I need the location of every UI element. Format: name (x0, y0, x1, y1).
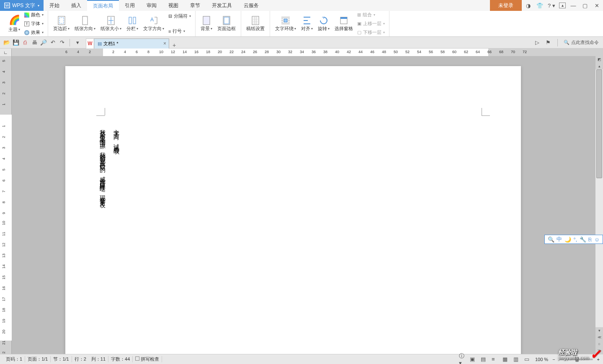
color-label: 颜色 (31, 12, 40, 18)
bring-front-label: 上移一层 (363, 21, 381, 27)
margins-button[interactable]: 页边距▾ (51, 12, 72, 36)
status-page-code[interactable]: 页码：1 (3, 356, 25, 362)
search-placeholder: 点此查找命令 (571, 39, 599, 46)
ribbon-toggle-icon[interactable]: ▴ (559, 3, 566, 8)
flag-icon[interactable]: ⚑ (545, 39, 551, 46)
tab-view[interactable]: 视图 (162, 0, 184, 11)
tab-close-icon[interactable]: × (163, 41, 166, 46)
home-tab[interactable]: W (86, 38, 94, 49)
select-pane-button[interactable]: 选择窗格 (332, 12, 356, 36)
vertical-scrollbar[interactable]: ◩ ▴ ▾ ≪ ○ ≫ (595, 56, 603, 354)
minimize-icon[interactable]: — (569, 3, 577, 9)
text-line-2[interactable]: 我是呆坐思考的凉凉，我的回答都是自己写的，感觉自己棒棒哒～现在要更改 (97, 125, 108, 342)
tab-start[interactable]: 开始 (44, 0, 65, 11)
scroll-thumb[interactable] (596, 69, 602, 178)
tab-page-layout[interactable]: 页面布局 (87, 0, 119, 11)
effect-button[interactable]: 效果▾ (23, 28, 45, 36)
ime-search-icon[interactable]: 🔍 (548, 236, 554, 243)
zoom-out-icon[interactable]: − (552, 357, 555, 362)
paper-setting-button[interactable]: 稿纸设置 (244, 12, 267, 36)
scroll-down-icon[interactable]: ▾ (595, 327, 603, 334)
ime-skin-icon[interactable]: ⎘ (588, 236, 592, 243)
view-web-icon[interactable]: ≡ (492, 356, 498, 362)
help-icon[interactable]: ? ▾ (547, 3, 556, 9)
document-tab[interactable]: ▤ 文档1 * × (94, 38, 169, 49)
undo-icon[interactable]: ↶ (49, 39, 56, 46)
close-icon[interactable]: ✕ (593, 3, 601, 9)
page[interactable]: 文字方向，试试看呗～ 我是呆坐思考的凉凉，我的回答都是自己写的，感觉自己棒棒哒～… (65, 66, 521, 354)
zoom-label[interactable]: 100 % (535, 357, 548, 362)
maximize-icon[interactable]: ▢ (581, 3, 589, 9)
vertical-ruler[interactable]: 5432112345678910111213141516171819202122… (0, 56, 12, 354)
app-dropdown-icon[interactable]: ▾ (38, 4, 39, 8)
send-back-button[interactable]: ▢下移一层▾ (356, 28, 387, 36)
qa-customize-icon[interactable]: ▾ (74, 39, 81, 46)
new-tab-button[interactable]: + (169, 42, 179, 49)
font-button[interactable]: T字体▾ (23, 20, 45, 28)
view-reading-icon[interactable]: ▭ (524, 356, 531, 362)
ribbon: 🌈 主题▾ 颜色▾ T字体▾ 效果▾ 页边距▾ 纸张方向▾ 纸张大小▾ 分栏▾ … (0, 11, 603, 37)
line-number-button[interactable]: ≡行号▾ (167, 27, 193, 36)
background-button[interactable]: 背景▾ (198, 12, 215, 36)
ruler-toggle-icon[interactable]: ◩ (595, 56, 603, 63)
print-icon[interactable]: 🖶 (31, 39, 38, 46)
scroll-track[interactable] (595, 69, 603, 327)
scroll-up-icon[interactable]: ▴ (595, 63, 603, 69)
login-button[interactable]: 未登录 (490, 0, 522, 11)
status-col[interactable]: 列：11 (89, 356, 108, 362)
status-words[interactable]: 字数：44 (108, 356, 133, 362)
view-print-icon[interactable]: ▤ (481, 356, 487, 362)
open-icon[interactable]: 📂 (3, 39, 10, 46)
view-draft-icon[interactable]: ▥ (513, 356, 520, 362)
wrap-button[interactable]: 文字环绕▾ (273, 12, 299, 36)
browse-object-icon[interactable]: ○ (595, 341, 603, 347)
ruler-corner[interactable]: ∟ (0, 49, 12, 56)
bring-front-button[interactable]: ▣上移一层▾ (356, 20, 387, 28)
group-button[interactable]: ⊞组合▾ (356, 11, 387, 19)
ime-moon-icon[interactable]: 🌙 (564, 236, 571, 243)
text-direction-button[interactable]: A 文字方向▾ (141, 12, 167, 36)
tab-insert[interactable]: 插入 (65, 0, 87, 11)
redo-icon[interactable]: ↷ (59, 39, 65, 46)
border-button[interactable]: 页面边框 (215, 12, 238, 36)
columns-button[interactable]: 分栏▾ (124, 12, 141, 36)
search-commands[interactable]: 🔍 点此查找命令 (564, 39, 599, 46)
ime-bar[interactable]: 🔍 中 🌙 °, 🔧 ⎘ ☺ (544, 235, 603, 244)
tab-cloud[interactable]: 云服务 (238, 0, 265, 11)
shirt-icon[interactable]: 👕 (536, 3, 544, 9)
theme-button[interactable]: 🌈 主题▾ (6, 12, 23, 36)
ime-punct-icon[interactable]: °, (573, 236, 577, 243)
color-button[interactable]: 颜色▾ (23, 11, 45, 19)
document-tabs: W ▤ 文档1 * × + (86, 37, 179, 49)
horizontal-ruler[interactable]: 6422468101214161820222426283032343638404… (12, 49, 595, 56)
status-section[interactable]: 节：1/1 (51, 356, 72, 362)
status-page[interactable]: 页面：1/1 (25, 356, 51, 362)
tab-sections[interactable]: 章节 (184, 0, 206, 11)
view-outline-icon[interactable]: ▦ (502, 356, 509, 362)
break-button[interactable]: ⊟分隔符▾ (167, 12, 193, 21)
export-pdf-icon[interactable]: ⎙ (22, 39, 28, 46)
skin-icon[interactable]: ◑ (524, 3, 532, 9)
tab-review[interactable]: 审阅 (141, 0, 162, 11)
ime-settings-icon[interactable]: 🔧 (580, 236, 586, 243)
status-spell[interactable]: 拼写检查 (133, 356, 162, 362)
play-icon[interactable]: ▷ (534, 39, 541, 46)
ime-smiley-icon[interactable]: ☺ (594, 236, 600, 243)
prev-page-icon[interactable]: ≪ (595, 334, 603, 341)
size-button[interactable]: 纸张大小▾ (98, 12, 124, 36)
view-fullscreen-icon[interactable]: ▣ (470, 356, 477, 362)
info-icon[interactable]: ⓘ ▾ (459, 352, 466, 364)
print-preview-icon[interactable]: 🔎 (40, 39, 47, 46)
ime-lang-icon[interactable]: 中 (557, 236, 562, 243)
status-line[interactable]: 行：2 (72, 356, 89, 362)
tab-developer[interactable]: 开发工具 (206, 0, 238, 11)
save-icon[interactable]: 💾 (13, 39, 19, 46)
orientation-button[interactable]: 纸张方向▾ (72, 12, 98, 36)
group-paper: 稿纸设置 (241, 11, 270, 36)
canvas[interactable]: 文字方向，试试看呗～ 我是呆坐思考的凉凉，我的回答都是自己写的，感觉自己棒棒哒～… (12, 56, 603, 354)
app-logo[interactable]: WPS 文字 ▾ (0, 0, 44, 11)
tab-references[interactable]: 引用 (119, 0, 141, 11)
text-line-1[interactable]: 文字方向，试试看呗～ (111, 125, 121, 153)
align-button[interactable]: 对齐▾ (299, 12, 315, 36)
rotate-button[interactable]: 旋转▾ (315, 12, 332, 36)
